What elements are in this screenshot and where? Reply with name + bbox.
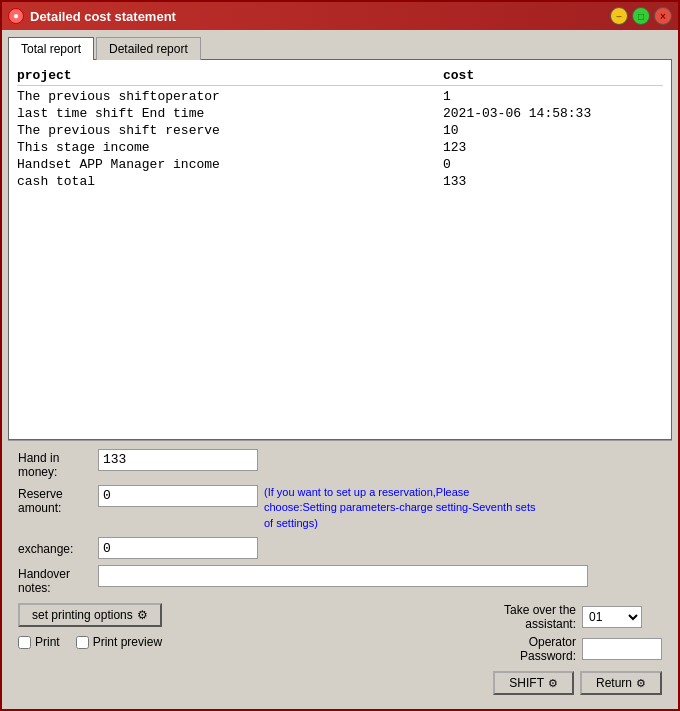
print-preview-label: Print preview: [93, 635, 162, 649]
row-1-cost: 2021-03-06 14:58:33: [443, 106, 663, 121]
take-over-row: Take over the assistant: 01 02 03: [466, 603, 662, 631]
maximize-button[interactable]: □: [632, 7, 650, 25]
print-label: Print: [35, 635, 60, 649]
window-controls: – □ ×: [610, 7, 672, 25]
print-preview-checkbox[interactable]: [76, 636, 89, 649]
table-row: The previous shift reserve 10: [17, 122, 663, 139]
title-bar: ● Detailed cost statement – □ ×: [2, 2, 678, 30]
checkboxes-row: Print Print preview: [18, 635, 162, 649]
tab-detailed-report[interactable]: Detailed report: [96, 37, 201, 60]
row-0-cost: 1: [443, 89, 663, 104]
window-icon: ●: [8, 8, 24, 24]
hint-text: (If you want to set up a reservation,Ple…: [264, 485, 544, 531]
handover-label: Handover notes:: [18, 565, 98, 595]
row-5-cost: 133: [443, 174, 663, 189]
reserve-row: Reserve amount: (If you want to set up a…: [18, 485, 662, 531]
take-over-label: Take over the assistant:: [466, 603, 576, 631]
tab-content: project cost The previous shiftoperator …: [8, 59, 672, 440]
exchange-input[interactable]: [98, 537, 258, 559]
shift-button[interactable]: SHIFT ⚙: [493, 671, 574, 695]
left-actions: set printing options ⚙ Print Print previ…: [18, 603, 162, 649]
close-button[interactable]: ×: [654, 7, 672, 25]
header-project: project: [17, 68, 443, 83]
table-row: This stage income 123: [17, 139, 663, 156]
minimize-button[interactable]: –: [610, 7, 628, 25]
tab-bar: Total report Detailed report: [8, 36, 672, 59]
shift-icon: ⚙: [548, 677, 558, 690]
table-row: last time shift End time 2021-03-06 14:5…: [17, 105, 663, 122]
window-title: Detailed cost statement: [30, 9, 610, 24]
row-3-project: This stage income: [17, 140, 443, 155]
return-button[interactable]: Return ⚙: [580, 671, 662, 695]
return-icon: ⚙: [636, 677, 646, 690]
hand-in-input[interactable]: [98, 449, 258, 471]
row-4-cost: 0: [443, 157, 663, 172]
exchange-label: exchange:: [18, 540, 98, 556]
take-over-select[interactable]: 01 02 03: [582, 606, 642, 628]
bottom-panel: Hand in money: Reserve amount: (If you w…: [8, 440, 672, 703]
table-row: cash total 133: [17, 173, 663, 190]
hand-in-row: Hand in money:: [18, 449, 662, 479]
row-1-project: last time shift End time: [17, 106, 443, 121]
operator-password-row: Operator Password:: [466, 635, 662, 663]
right-panel: Take over the assistant: 01 02 03 Operat…: [466, 603, 662, 695]
row-2-project: The previous shift reserve: [17, 123, 443, 138]
row-0-project: The previous shiftoperator: [17, 89, 443, 104]
exchange-row: exchange:: [18, 537, 662, 559]
set-printing-button[interactable]: set printing options ⚙: [18, 603, 162, 627]
hand-in-label: Hand in money:: [18, 449, 98, 479]
bottom-actions: set printing options ⚙ Print Print previ…: [18, 603, 662, 695]
main-window: ● Detailed cost statement – □ × Total re…: [0, 0, 680, 711]
row-2-cost: 10: [443, 123, 663, 138]
print-checkbox-label[interactable]: Print: [18, 635, 60, 649]
handover-input[interactable]: [98, 565, 588, 587]
reserve-label: Reserve amount:: [18, 485, 98, 515]
window-content: Total report Detailed report project cos…: [2, 30, 678, 709]
gear-icon: ⚙: [137, 608, 148, 622]
report-table: project cost The previous shiftoperator …: [9, 60, 671, 439]
row-5-project: cash total: [17, 174, 443, 189]
header-cost: cost: [443, 68, 663, 83]
table-header: project cost: [17, 66, 663, 86]
handover-row: Handover notes:: [18, 565, 662, 595]
tab-total-report[interactable]: Total report: [8, 37, 94, 60]
row-4-project: Handset APP Manager income: [17, 157, 443, 172]
shift-return-row: SHIFT ⚙ Return ⚙: [466, 671, 662, 695]
print-checkbox[interactable]: [18, 636, 31, 649]
print-preview-checkbox-label[interactable]: Print preview: [76, 635, 162, 649]
operator-password-label: Operator Password:: [466, 635, 576, 663]
table-row: Handset APP Manager income 0: [17, 156, 663, 173]
row-3-cost: 123: [443, 140, 663, 155]
table-row: The previous shiftoperator 1: [17, 88, 663, 105]
reserve-input[interactable]: [98, 485, 258, 507]
operator-password-input[interactable]: [582, 638, 662, 660]
